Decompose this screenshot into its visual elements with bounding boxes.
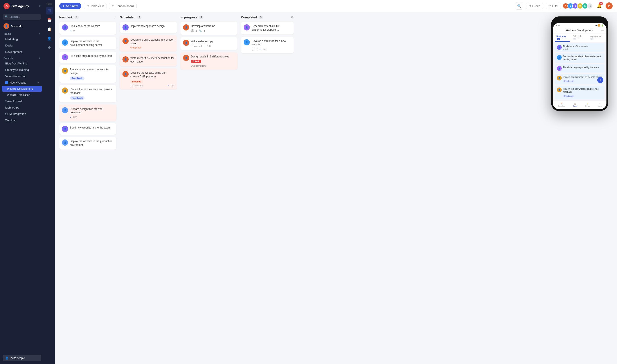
checkbox-icon[interactable]: ☑ [46,7,53,14]
phone-notch [571,18,589,23]
col-header-completed: Completed 3 ⚙ [241,15,294,19]
phone-card-1[interactable]: 👤 Final check of the website ✓ 0/7 [555,43,605,52]
sidebar-item-video[interactable]: Video Recording [2,73,42,79]
days-left-text: 10 days left [130,84,143,87]
logo-icon: G [3,3,10,9]
phone-tab-new-task[interactable]: New task 8 [555,34,570,42]
settings-icon[interactable]: ⚙ [46,44,53,51]
phone-menu-icon[interactable]: ☰ [556,29,558,32]
add-team-btn[interactable]: + [39,32,40,35]
kanban-board-btn[interactable]: ⊟ Kanban board [109,3,137,9]
add-project-btn[interactable]: + [39,57,40,59]
sidebar-item-new-website[interactable]: New Website ▾ [2,80,42,86]
calendar-icon[interactable]: 📅 [46,16,53,24]
phone-nav-more[interactable]: ⋯ More [598,103,602,107]
card-deploy-prod[interactable]: 👤 Deploy the website to the production e… [59,137,116,150]
card-fix-bugs[interactable]: 👤 Fix all the bugs reported by the team [59,52,116,63]
card-title: Deploy the website to the production env… [70,140,114,147]
table-view-btn[interactable]: ⊞ Table view [84,3,107,9]
sidebar-item-development[interactable]: Development [2,49,42,55]
invite-people-btn[interactable]: 👤 Invite people [3,355,41,361]
sidebar-item-crm[interactable]: CRM Integration [2,111,42,117]
sidebar-item-blog[interactable]: Blog Post Writing [2,61,42,66]
card-review-website[interactable]: 👤 Review the new website and provide fee… [59,85,116,102]
app-logo[interactable]: G GIM Agency ▾ [0,0,44,12]
col-settings-completed[interactable]: ⚙ [291,15,294,19]
app-name: GIM Agency [11,4,29,8]
card-meta-desc[interactable]: 👤 Write meta title & meta description fo… [120,54,177,66]
phone-tab-scheduled[interactable]: Scheduled 4 [571,34,587,42]
profile-avatar[interactable]: P [606,2,613,9]
card-avatar: 👤 [123,38,129,44]
feedback-badge: Feedback [70,77,84,80]
search-placeholder: Search... [9,15,20,18]
sidebar-item-sales[interactable]: Sales Funnel [2,98,42,104]
card-develop-cms[interactable]: 👤 Develop the website using the chosen C… [120,68,177,90]
filter-btn[interactable]: ▽ Filter [546,3,561,9]
col-count-in-progress: 3 [199,15,204,19]
card-send-link[interactable]: 👤 Send new website link to the team [59,123,116,135]
phone-card-5[interactable]: 👤 Review the new website and provide fee… [555,86,605,99]
card-implement-responsive[interactable]: 👤 Implement responsive design [120,22,177,33]
card-prepare-design[interactable]: 👤 Prepare design files for web developer… [59,104,116,121]
card-avatar: 👤 [123,56,129,63]
card-title: Final check of the website [70,24,100,28]
card-deploy-dev[interactable]: 👤 Deploy the website to the development … [59,37,116,50]
card-avatar: 👤 [183,55,189,61]
add-new-btn[interactable]: + Add new [59,3,81,9]
card-title: Write website copy [191,40,213,43]
card-title: Review and comment on website design [70,68,114,75]
sidebar-item-training[interactable]: Employee Training [2,67,42,73]
sidebar-item-design[interactable]: Design [2,42,42,49]
my-work-label: My work [11,25,22,28]
card-title: Design the entire website in a chosen st… [130,38,174,45]
search-input[interactable]: 🔍 Search... [3,14,41,20]
person-icon[interactable]: 👤 [46,35,53,42]
phone-more-icon[interactable]: ⋯ [601,29,604,32]
card-avatar: 👤 [62,126,68,132]
my-work-link[interactable]: 👤 My work [0,22,44,31]
phone-fab-btn[interactable]: + [597,77,603,83]
phone-card-2[interactable]: 👤 Deploy the website to the development … [555,53,605,63]
sidebar-item-website-trans[interactable]: Website Translation [2,92,42,98]
phone-card-3[interactable]: 👤 Fix all the bugs reported by the team [555,64,605,73]
card-progress: 0/2 [73,116,77,118]
search-btn[interactable]: 🔍 [516,2,523,10]
card-research-cms[interactable]: 👤 Research potential CMS platforms for w… [241,22,294,34]
phone-card-avatar: 👤 [557,55,562,60]
comment-icon: 💬 [252,48,255,51]
phone-nav-tasks[interactable]: 📋 Tasks [573,103,577,107]
main-content: + Add new ⊞ Table view ⊟ Kanban board 🔍 … [55,0,617,364]
card-develop-structure[interactable]: 👤 Develop a structure for a new website … [241,37,294,53]
card-design-drafts[interactable]: 👤 Design drafts in 3 different styles AS… [180,52,237,70]
card-review-design[interactable]: 👤 Review and comment on website design F… [59,65,116,83]
sidebar-item-marketing[interactable]: Marketing [2,36,42,42]
notifications-btn[interactable]: 🔔 21 [595,2,603,10]
card-title: Write meta title & meta description for … [130,56,174,64]
sidebar-item-webinar[interactable]: Webinar [2,117,42,123]
card-write-copy[interactable]: 👤 Write website copy 3 days left ✓ 1/3 [180,37,237,50]
asap-badge: ASAP [191,60,201,63]
col-gear-new-task[interactable]: ⋮ [113,15,116,19]
notif-badge: 21 [599,2,603,5]
kanban-icon: ⊟ [112,4,114,8]
phone-tab-in-progress[interactable]: In progress 3 [588,34,605,42]
list-icon[interactable]: 📋 [46,26,53,33]
group-btn[interactable]: ⊞ Group [526,3,543,9]
card-progress: 4/4 [263,48,266,51]
phone-nav-notes[interactable]: 📝 Notes [585,103,590,107]
card-design-website-style[interactable]: 👤 Design the entire website in a chosen … [120,35,177,52]
sidebar-item-mobile[interactable]: Mobile App [2,104,42,111]
phone-status-bar: 9:41 ▪▪▪ 📶 🔋 [553,23,606,27]
sidebar-item-website-dev[interactable]: Website Development [2,86,42,92]
comment-count: 3 [196,29,197,32]
card-wireframe[interactable]: 👤 Develop a wireframe 💬 3 📎 1 [180,22,237,35]
col-scheduled: Scheduled 4 👤 Implement responsive desig… [120,15,177,361]
phone-card-title: Final check of the website [563,45,588,48]
phone-nav-schedule[interactable]: 📅 Schedule [558,103,565,107]
card-final-check[interactable]: 👤 Final check of the website ✓ 0/7 [59,22,116,35]
phone-tab-label: Scheduled [573,35,583,38]
card-progress: 0/7 [73,29,77,32]
card-title: Research potential CMS platforms for web… [252,24,291,32]
card-avatar: 👤 [62,88,68,94]
